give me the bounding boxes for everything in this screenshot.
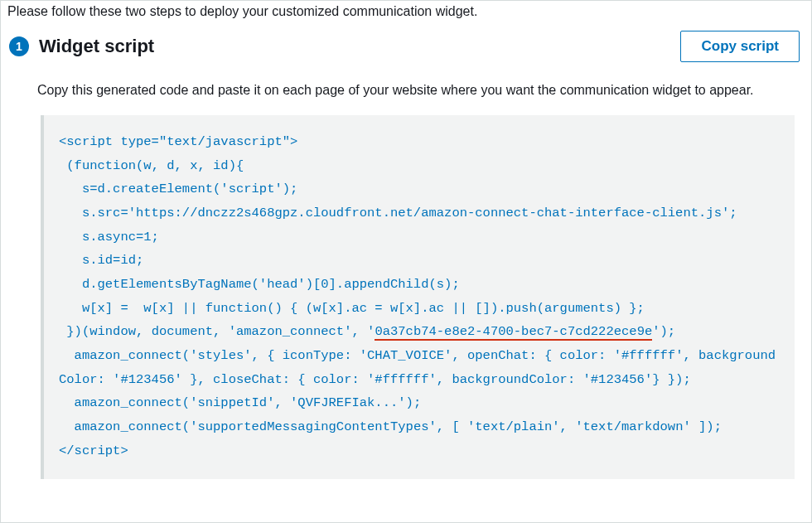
code-line: ');: [652, 324, 675, 339]
code-line: s.async=1;: [59, 230, 159, 245]
section-header: 1 Widget script Copy script: [1, 31, 811, 62]
code-line: w[x] = w[x] || function() { (w[x].ac = w…: [59, 301, 645, 316]
code-line: amazon_connect('supportedMessagingConten…: [59, 419, 722, 434]
copy-script-button[interactable]: Copy script: [680, 31, 800, 62]
section-header-left: 1 Widget script: [9, 36, 154, 57]
code-line: })(window, document, 'amazon_connect', ': [59, 324, 375, 339]
code-line: <script type="text/javascript">: [59, 134, 297, 149]
step-number-badge: 1: [9, 36, 29, 56]
section-title: Widget script: [39, 36, 154, 57]
intro-text: Please follow these two steps to deploy …: [1, 1, 811, 31]
deploy-widget-panel: Please follow these two steps to deploy …: [1, 1, 811, 479]
code-line: amazon_connect('styles', { iconType: 'CH…: [59, 348, 776, 387]
code-line: amazon_connect('snippetId', 'QVFJREFIak.…: [59, 395, 421, 410]
section-description: Copy this generated code and paste it on…: [1, 62, 811, 115]
widget-script-code[interactable]: <script type="text/javascript"> (functio…: [41, 115, 795, 479]
code-line: </script>: [59, 443, 128, 458]
code-line: s.src='https://dnczz2s468gpz.cloudfront.…: [59, 206, 737, 220]
code-line: s=d.createElement('script');: [59, 182, 297, 196]
code-line: s.id=id;: [59, 253, 143, 268]
widget-id-highlighted: 0a37cb74-e8e2-4700-bec7-c7cd222ece9e: [375, 324, 652, 341]
code-line: d.getElementsByTagName('head')[0].append…: [59, 277, 460, 292]
code-line: (function(w, d, x, id){: [59, 158, 244, 173]
